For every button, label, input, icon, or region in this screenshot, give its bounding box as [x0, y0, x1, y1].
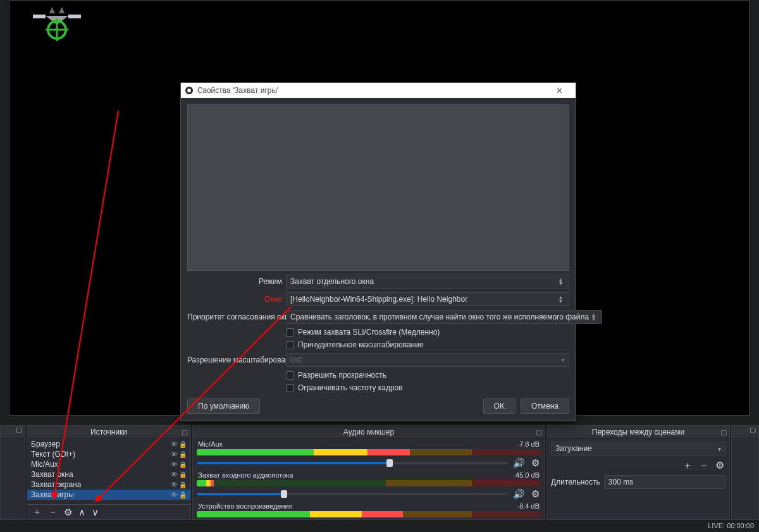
priority-label: Приоритет согласования окна	[187, 312, 282, 321]
mixer-panel-header[interactable]: Аудио микшер ▢	[193, 426, 545, 439]
add-button[interactable]: ＋	[32, 506, 42, 518]
visibility-toggle[interactable]	[171, 440, 178, 448]
lock-toggle[interactable]	[179, 440, 187, 448]
scenes-panel-collapsed[interactable]: ▢	[0, 425, 25, 520]
float-icon[interactable]: ▢	[182, 428, 188, 436]
duration-input[interactable]: 300 ms	[604, 475, 725, 489]
dialog-title: Свойства 'Захват игры'	[197, 86, 278, 95]
mixer-channel: Захват входного аудиопотока-45.0 dB	[197, 471, 541, 500]
float-icon[interactable]: ▢	[536, 428, 542, 436]
lock-toggle[interactable]	[179, 480, 187, 489]
transition-type-select[interactable]: Затухание ▾	[551, 442, 725, 455]
sources-list[interactable]: БраузерТекст (GDI+)Mic/AuxЗахват окнаЗах…	[27, 439, 190, 504]
channel-name: Устройство воспроизведения	[198, 502, 293, 510]
channel-settings-button[interactable]	[529, 457, 541, 469]
svg-marker-3	[49, 7, 55, 13]
priority-select[interactable]: Сравнивать заголовок, в противном случае…	[286, 310, 602, 324]
volume-slider[interactable]	[197, 462, 508, 464]
volume-slider[interactable]	[197, 493, 508, 495]
sources-panel: Источники ▢ БраузерТекст (GDI+)Mic/AuxЗа…	[27, 425, 191, 520]
svg-marker-4	[59, 7, 65, 13]
transition-type-value: Затухание	[555, 444, 592, 453]
controls-panel-collapsed[interactable]: ▢	[731, 425, 759, 520]
source-row[interactable]: Захват окна	[27, 469, 190, 479]
mute-button[interactable]	[513, 457, 524, 469]
source-name: Mic/Aux	[31, 460, 58, 469]
spinner-icon: ▴▾	[589, 313, 598, 321]
move-down-button[interactable]: ∨	[92, 507, 99, 518]
defaults-button[interactable]: По умолчанию	[187, 399, 260, 414]
source-row[interactable]: Mic/Aux	[27, 459, 190, 469]
lock-toggle[interactable]	[179, 470, 187, 479]
window-value: [HelloNeighbor-Win64-Shipping.exe]: Hell…	[290, 295, 467, 304]
source-row[interactable]: Захват экрана	[27, 479, 190, 490]
channel-name: Mic/Aux	[198, 440, 223, 448]
mixer-title: Аудио микшер	[343, 428, 394, 436]
float-icon[interactable]: ▢	[720, 428, 727, 436]
status-live: LIVE: 00:00:00	[708, 522, 754, 529]
sources-title: Источники	[90, 428, 127, 436]
mode-value: Захват отдельного окна	[290, 277, 374, 286]
source-row[interactable]: Браузер	[27, 439, 190, 449]
mode-label: Режим	[187, 277, 282, 286]
lock-toggle[interactable]	[179, 490, 187, 499]
sli-checkbox[interactable]	[286, 328, 294, 337]
source-row[interactable]: Текст (GDI+)	[27, 449, 190, 459]
source-name: Браузер	[31, 440, 60, 448]
visibility-toggle[interactable]	[171, 490, 178, 499]
float-icon[interactable]: ▢	[16, 426, 22, 433]
properties-button[interactable]	[64, 507, 72, 518]
sources-toolbar: ＋ － ∧ ∨	[27, 504, 190, 519]
transparency-checkbox[interactable]	[286, 371, 294, 380]
vu-meter	[197, 511, 541, 517]
lock-toggle[interactable]	[179, 460, 187, 469]
mute-button[interactable]	[513, 488, 524, 500]
source-row[interactable]: Захват игры	[27, 490, 190, 500]
sources-panel-header[interactable]: Источники ▢	[27, 426, 190, 439]
visibility-toggle[interactable]	[171, 450, 178, 459]
channel-db: -7.8 dB	[517, 440, 540, 448]
ok-button[interactable]: OK	[483, 399, 515, 414]
vu-meter	[197, 449, 541, 455]
transition-settings-button[interactable]	[715, 459, 724, 473]
source-name: Текст (GDI+)	[31, 450, 75, 459]
remove-transition-button[interactable]: －	[699, 459, 709, 473]
mixer-channel: Mic/Aux-7.8 dB	[197, 440, 541, 469]
scale-res-label: Разрешение масштабирования	[187, 356, 282, 364]
game-logo	[30, 4, 84, 41]
move-up-button[interactable]: ∧	[78, 507, 85, 518]
transitions-panel: Переходы между сценами ▢ Затухание ▾ ＋ －…	[546, 425, 730, 520]
visibility-toggle[interactable]	[171, 470, 178, 479]
priority-value: Сравнивать заголовок, в противном случае…	[290, 312, 589, 321]
window-label: Окно	[187, 295, 282, 304]
close-button[interactable]: ✕	[546, 86, 572, 96]
vu-meter	[197, 480, 541, 486]
svg-rect-2	[68, 15, 81, 18]
remove-button[interactable]: －	[48, 506, 58, 518]
lock-toggle[interactable]	[179, 450, 187, 459]
window-select[interactable]: [HelloNeighbor-Win64-Shipping.exe]: Hell…	[286, 292, 569, 306]
cancel-button[interactable]: Отмена	[521, 399, 569, 414]
scale-res-select[interactable]: 0x0 ▾	[286, 353, 569, 367]
limit-fps-checkbox-label: Ограничивать частоту кадров	[298, 383, 403, 392]
channel-db: -45.0 dB	[513, 471, 540, 479]
float-icon[interactable]: ▢	[750, 426, 756, 433]
limit-fps-checkbox[interactable]	[286, 384, 294, 392]
mode-select[interactable]: Захват отдельного окна ▴▾	[286, 275, 569, 288]
visibility-toggle[interactable]	[171, 480, 178, 489]
transitions-panel-header[interactable]: Переходы между сценами ▢	[547, 426, 729, 439]
dialog-titlebar[interactable]: Свойства 'Захват игры' ✕	[181, 83, 576, 98]
duration-value: 300 ms	[608, 478, 633, 486]
audio-mixer-panel: Аудио микшер ▢ Mic/Aux-7.8 dBЗахват вход…	[192, 425, 545, 520]
chevron-down-icon: ▾	[718, 445, 721, 452]
dialog-form: Режим Захват отдельного окна ▴▾ Окно [He…	[181, 275, 576, 392]
spinner-icon: ▴▾	[556, 295, 565, 303]
visibility-toggle[interactable]	[171, 460, 178, 469]
mixer-channel: Устройство воспроизведения-8.4 dB	[197, 502, 541, 519]
svg-rect-1	[33, 15, 46, 18]
chevron-down-icon: ▾	[561, 356, 565, 364]
force-scale-checkbox[interactable]	[286, 341, 294, 349]
channel-name: Захват входного аудиопотока	[198, 471, 293, 479]
add-transition-button[interactable]: ＋	[682, 459, 693, 473]
channel-settings-button[interactable]	[529, 488, 541, 500]
